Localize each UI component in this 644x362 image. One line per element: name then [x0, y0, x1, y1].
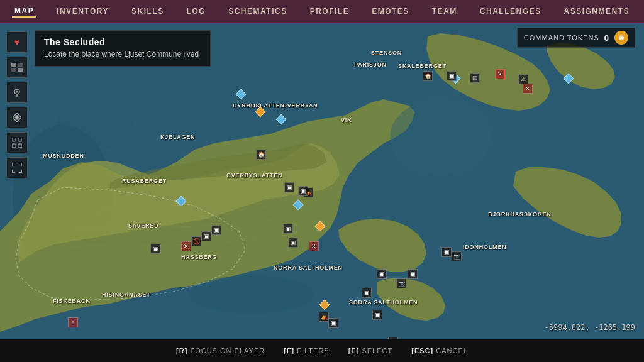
token-icon: ⊛ [614, 31, 628, 45]
marker-icon-2[interactable]: ▣ [447, 71, 457, 81]
expand-button[interactable] [6, 157, 28, 178]
marker-icon-28[interactable]: ▣ [328, 318, 338, 328]
hotkey-select: [E] SELECT [348, 347, 393, 354]
command-tokens-panel: COMMAND TOKENS 0 ⊛ [517, 28, 635, 48]
marker-icon-25[interactable]: ▣ [441, 247, 452, 257]
svg-rect-15 [12, 138, 16, 141]
marker-icon-14[interactable]: ✕ [181, 241, 191, 251]
nav-profile[interactable]: PROFILE [308, 6, 352, 17]
hotkey-focus: [R] FOCUS ON PLAYER [176, 347, 265, 354]
markers-button[interactable] [6, 132, 28, 153]
svg-rect-7 [18, 63, 23, 67]
marker-icon-19[interactable]: ✕ [309, 241, 319, 251]
marker-icon-13[interactable]: ▣ [150, 244, 160, 254]
nav-assignments[interactable]: ASSIGNMENTS [562, 6, 633, 17]
marker-icon-10[interactable]: ▣ [284, 182, 294, 192]
marker-icon-16[interactable]: ▣ [201, 231, 211, 241]
marker-icon-4[interactable]: ✕ [495, 69, 505, 79]
marker-icon-29[interactable]: ▣ [372, 310, 382, 320]
marker-icon-3[interactable]: ▤ [470, 73, 480, 83]
svg-rect-16 [18, 138, 22, 141]
favorites-button[interactable]: ♥ [6, 31, 28, 53]
marker-icon-11[interactable]: ▣ [283, 224, 293, 234]
waypoint-button[interactable] [6, 107, 28, 128]
map-type-button[interactable] [6, 57, 28, 78]
nav-schematics[interactable]: SCHEMATICS [226, 6, 289, 17]
svg-point-5 [57, 99, 132, 150]
marker-icon-23[interactable]: ▣ [377, 269, 387, 279]
svg-rect-8 [11, 68, 16, 72]
nav-log[interactable]: LOG [184, 6, 209, 17]
marker-blue-diamond-3[interactable] [181, 201, 189, 209]
marker-icon-1[interactable]: 🏠 [423, 71, 433, 81]
top-navigation: MAP INVENTORY SKILLS LOG SCHEMATICS PROF… [0, 0, 644, 23]
marker-icon-15[interactable]: 🚫 [191, 236, 201, 246]
marker-blue-diamond-1[interactable] [241, 94, 248, 102]
quest-box: The Secluded Locate the place where Ljus… [35, 30, 211, 67]
hotkey-filters: [F] FILTERS [284, 347, 330, 354]
marker-orange-diamond-2[interactable] [320, 226, 328, 234]
nav-skills[interactable]: SKILLS [129, 6, 167, 17]
marker-blue-diamond-4[interactable] [298, 205, 306, 212]
svg-point-4 [390, 99, 491, 175]
marker-icon-27[interactable]: ⛺ [319, 312, 329, 322]
nav-inventory[interactable]: INVENTORY [54, 6, 111, 17]
svg-rect-9 [18, 68, 23, 72]
marker-icon-9[interactable]: ▣ [298, 186, 308, 196]
nav-map[interactable]: MAP [12, 5, 36, 18]
marker-orange-diamond-1[interactable] [260, 112, 268, 119]
nav-emotes[interactable]: EMOTES [369, 6, 412, 17]
map-coordinates: -5994.822, -1265.199 [545, 323, 636, 332]
marker-icon-30[interactable]: ▣ [362, 288, 372, 298]
marker-blue-diamond-2[interactable] [281, 119, 289, 127]
marker-blue-diamond-5[interactable] [569, 79, 576, 86]
svg-rect-17 [12, 144, 16, 148]
command-tokens-label: COMMAND TOKENS [524, 34, 599, 41]
marker-icon-6[interactable]: ✕ [523, 84, 533, 94]
bottom-hotkey-bar: [R] FOCUS ON PLAYER [F] FILTERS [E] SELE… [0, 339, 644, 362]
marker-icon-24[interactable]: 📷 [396, 278, 406, 288]
marker-icon-21[interactable]: ▣ [408, 269, 418, 279]
token-count: 0 [604, 33, 609, 43]
quest-title: The Secluded [44, 37, 200, 47]
marker-icon-5[interactable]: ⚠ [518, 74, 528, 84]
svg-point-12 [16, 91, 18, 93]
svg-rect-18 [18, 144, 22, 148]
marker-icon-7[interactable]: 🏠 [256, 150, 266, 160]
nav-challenges[interactable]: CHALLENGES [477, 6, 544, 17]
svg-point-3 [189, 275, 314, 313]
left-sidebar: ♥ [6, 31, 28, 178]
marker-icon-17[interactable]: ▣ [211, 225, 221, 235]
quest-description: Locate the place where Ljuset Commune li… [44, 50, 200, 58]
svg-rect-6 [11, 63, 16, 67]
nav-team[interactable]: TEAM [430, 6, 460, 17]
marker-icon-26[interactable]: 📷 [452, 251, 462, 261]
svg-marker-14 [14, 115, 19, 120]
hotkey-cancel: [ESC] CANCEL [411, 347, 468, 354]
location-button[interactable] [6, 82, 28, 103]
marker-icon-12[interactable]: ▣ [288, 238, 298, 248]
marker-icon-18[interactable]: ! [68, 317, 78, 327]
map-container[interactable]: Stenson Parisjon Skaleberget Dyrboslatte… [0, 23, 644, 339]
